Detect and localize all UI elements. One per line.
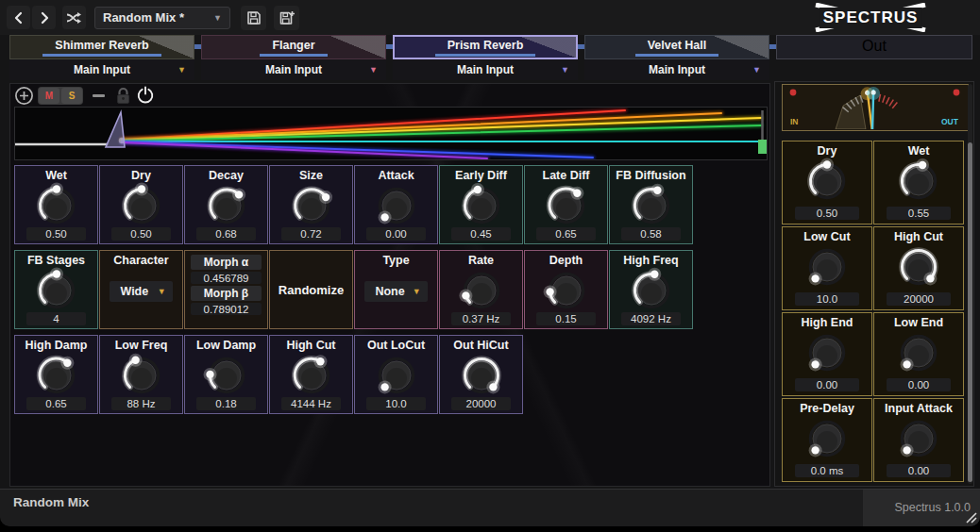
forward-button[interactable] (32, 6, 56, 29)
param-value[interactable]: 0.00 (887, 464, 951, 477)
preset-selector[interactable]: Random Mix * ▼ (94, 7, 230, 29)
knob-out-locut[interactable] (370, 352, 423, 397)
lock-icon[interactable] (114, 86, 132, 105)
param-value[interactable]: 0.00 (366, 227, 426, 241)
param-value[interactable]: 10.0 (795, 292, 859, 306)
param-value[interactable]: 0.58 (621, 227, 681, 241)
meter-led-right (954, 90, 960, 96)
knob-dry[interactable] (115, 182, 168, 227)
knob-dry[interactable] (801, 158, 853, 203)
param-cell-low-freq: Low Freq 88 Hz (99, 335, 183, 414)
save-as-button[interactable] (274, 6, 299, 30)
knob-pre-delay[interactable] (801, 415, 853, 460)
param-cell-morph: Morph α 0.456789Morph β 0.789012 (184, 250, 268, 329)
input-selector-prism-reverb[interactable]: Main Input ▼ (393, 59, 578, 80)
param-value[interactable]: 0.50 (111, 227, 171, 241)
knob-rate[interactable] (455, 267, 508, 312)
power-icon[interactable] (136, 86, 155, 105)
knob-high-freq[interactable] (625, 267, 678, 312)
param-value[interactable]: 0.50 (26, 227, 86, 241)
knob-high-end[interactable] (801, 329, 853, 374)
param-value[interactable]: 4 (26, 312, 86, 325)
randomize-shuffle-button[interactable] (62, 6, 86, 29)
chevron-left-icon (12, 11, 25, 25)
solo-button[interactable]: S (61, 88, 82, 104)
param-value[interactable]: 20000 (887, 292, 951, 306)
param-value[interactable]: 0.65 (536, 227, 596, 241)
right-panel-scrollbar[interactable] (968, 84, 972, 484)
knob-wet[interactable] (892, 158, 945, 203)
param-cell-depth: Depth 0.15 (524, 250, 608, 329)
param-label: Early Diff (455, 169, 507, 182)
param-value[interactable]: 0.37 Hz (451, 312, 511, 325)
input-selector-shimmer-reverb[interactable]: Main Input ▼ (9, 59, 194, 80)
param-value[interactable]: 4144 Hz (281, 397, 341, 410)
morph-label: Morph β (191, 286, 262, 301)
back-button[interactable] (7, 6, 30, 29)
param-label: Dry (131, 169, 151, 182)
resize-grip[interactable] (965, 511, 978, 524)
knob-attack[interactable] (370, 182, 423, 227)
prism-visualizer[interactable] (14, 107, 768, 160)
param-value[interactable]: 0.15 (536, 312, 596, 325)
tab-velvet-hall[interactable]: Velvet Hall (584, 35, 769, 59)
knob-early-diff[interactable] (455, 182, 508, 227)
tab-out[interactable]: Out (776, 35, 972, 59)
knob-wet[interactable] (30, 182, 83, 227)
knob-depth[interactable] (540, 267, 593, 312)
knob-high-cut[interactable] (285, 352, 338, 397)
mute-button[interactable]: M (39, 88, 59, 104)
param-value[interactable]: 0.50 (795, 207, 859, 220)
param-value[interactable]: 0.72 (281, 227, 341, 241)
param-value[interactable]: 0.68 (196, 227, 256, 241)
morph-value[interactable]: 0.456789 (191, 272, 262, 284)
knob-fb-diffusion[interactable] (625, 182, 678, 227)
param-value[interactable]: 0.18 (196, 397, 256, 410)
knob-high-damp[interactable] (30, 352, 83, 397)
param-value[interactable]: 0.65 (26, 397, 86, 410)
scrollbar-thumb[interactable] (968, 142, 972, 482)
knob-low-freq[interactable] (115, 352, 168, 397)
param-value[interactable]: 0.55 (887, 207, 951, 220)
param-cell-high-damp: High Damp 0.65 (14, 335, 98, 414)
dropdown-character[interactable]: Wide ▼ (110, 281, 172, 302)
tab-connector (194, 44, 201, 49)
dropdown-type[interactable]: None ▼ (364, 281, 427, 302)
tab-flanger[interactable]: Flanger (201, 35, 386, 59)
param-value[interactable]: 20000 (451, 397, 511, 410)
save-icon (245, 9, 262, 26)
level-slider-handle[interactable] (758, 140, 767, 154)
param-value[interactable]: 0.00 (795, 378, 859, 391)
logo-text: SPECTRUS (819, 8, 922, 28)
input-selector-velvet-hall[interactable]: Main Input ▼ (584, 59, 769, 80)
knob-out-hicut[interactable] (455, 352, 508, 397)
add-node-button[interactable] (14, 86, 34, 106)
knob-high-cut[interactable] (892, 243, 945, 289)
knob-fb-stages[interactable] (30, 267, 83, 312)
randomize-button[interactable]: Randomize (270, 251, 352, 328)
input-selector-flanger[interactable]: Main Input ▼ (201, 59, 386, 80)
tab-shimmer-reverb[interactable]: Shimmer Reverb (9, 35, 194, 59)
param-value[interactable]: 0.45 (451, 227, 511, 241)
param-value[interactable]: 4092 Hz (621, 312, 681, 325)
knob-low-cut[interactable] (801, 243, 853, 289)
knob-size[interactable] (285, 182, 338, 227)
knob-low-damp[interactable] (200, 352, 253, 397)
param-value[interactable]: 88 Hz (111, 397, 171, 410)
knob-input-attack[interactable] (892, 415, 945, 460)
param-value[interactable]: 10.0 (366, 397, 426, 410)
param-label: Dry (818, 144, 837, 158)
param-label: Low Freq (115, 339, 168, 352)
param-cell-rate: Rate 0.37 Hz (439, 250, 523, 329)
param-value[interactable]: 0.0 ms (795, 464, 859, 477)
knob-low-end[interactable] (892, 329, 945, 374)
param-value[interactable]: 0.00 (887, 378, 951, 391)
minimize-dash-icon[interactable] (93, 94, 105, 97)
tab-prism-reverb[interactable]: Prism Reverb (393, 35, 578, 59)
knob-late-diff[interactable] (540, 182, 593, 227)
morph-value[interactable]: 0.789012 (191, 303, 262, 315)
save-button[interactable] (241, 6, 266, 30)
knob-decay[interactable] (200, 182, 253, 227)
param-cell-fb-stages: FB Stages 4 (14, 250, 98, 329)
param-label: Low Damp (196, 339, 256, 352)
